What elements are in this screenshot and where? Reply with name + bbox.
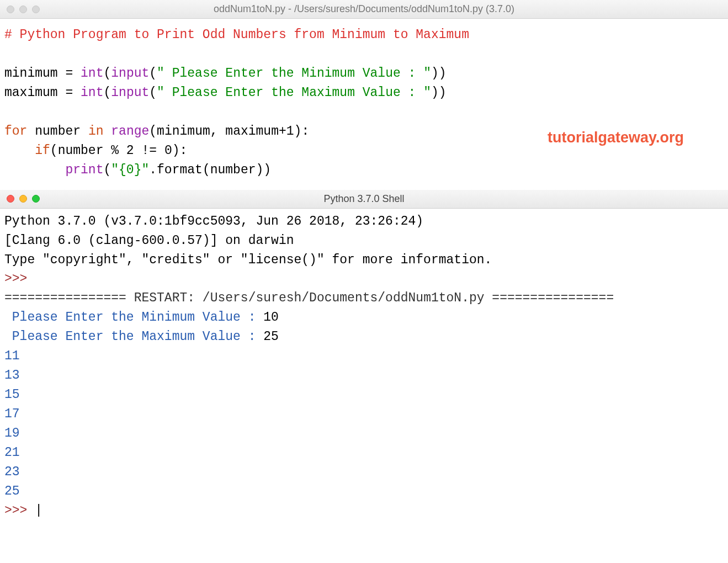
shell-window: Python 3.7.0 Shell Python 3.7.0 (v3.7.0:… <box>0 190 728 527</box>
code-comment: # Python Program to Print Odd Numbers fr… <box>4 28 469 42</box>
editor-traffic-lights <box>7 6 40 13</box>
restart-suffix: ================ <box>485 291 614 305</box>
output-line: 13 <box>4 368 20 383</box>
zoom-icon[interactable] <box>32 195 40 203</box>
builtin-range: range <box>111 124 149 139</box>
shell-title: Python 3.7.0 Shell <box>323 193 404 205</box>
output-line: 21 <box>4 445 20 460</box>
shell-titlebar: Python 3.7.0 Shell <box>0 190 728 209</box>
builtin-print: print <box>65 163 103 177</box>
editor-title: oddNum1toN.py - /Users/suresh/Documents/… <box>214 3 514 15</box>
zoom-icon[interactable] <box>32 6 40 13</box>
input-prompt-max: Please Enter the Maximum Value : <box>4 330 263 344</box>
banner-line: [Clang 6.0 (clang-600.0.57)] on darwin <box>4 233 294 248</box>
output-line: 19 <box>4 426 20 440</box>
cursor-icon: | <box>35 503 42 518</box>
restart-path: RESTART: /Users/suresh/Documents/oddNum1… <box>134 291 485 305</box>
keyword-for: for <box>4 124 27 139</box>
output-line: 25 <box>4 484 20 498</box>
watermark-text: tutorialgateway.org <box>548 126 684 149</box>
keyword-in: in <box>88 124 104 139</box>
editor-titlebar: oddNum1toN.py - /Users/suresh/Documents/… <box>0 0 728 19</box>
string-literal: " Please Enter the Maximum Value : " <box>157 86 431 100</box>
banner-line: Type "copyright", "credits" or "license(… <box>4 253 492 267</box>
close-icon[interactable] <box>7 6 14 13</box>
shell-traffic-lights <box>7 195 40 203</box>
shell-prompt: >>> <box>4 503 35 518</box>
output-line: 15 <box>4 387 20 402</box>
shell-output[interactable]: Python 3.7.0 (v3.7.0:1bf9cc5093, Jun 26 … <box>0 209 728 527</box>
string-literal: "{0}" <box>111 163 149 177</box>
input-value-min: 10 <box>263 310 279 325</box>
minimize-icon[interactable] <box>19 195 27 203</box>
keyword-if: if <box>35 144 50 158</box>
shell-prompt: >>> <box>4 272 35 286</box>
minimize-icon[interactable] <box>19 6 27 13</box>
close-icon[interactable] <box>7 195 14 203</box>
code-text: minimum <box>4 66 58 81</box>
string-literal: " Please Enter the Minimum Value : " <box>157 66 431 81</box>
output-line: 17 <box>4 407 20 421</box>
code-editor[interactable]: # Python Program to Print Odd Numbers fr… <box>0 19 728 190</box>
restart-prefix: ================ <box>4 291 134 305</box>
input-prompt-min: Please Enter the Minimum Value : <box>4 310 263 325</box>
builtin-input: input <box>111 66 149 81</box>
editor-window: oddNum1toN.py - /Users/suresh/Documents/… <box>0 0 728 190</box>
banner-line: Python 3.7.0 (v3.7.0:1bf9cc5093, Jun 26 … <box>4 214 431 229</box>
input-value-max: 25 <box>263 330 279 344</box>
output-line: 23 <box>4 465 20 479</box>
builtin-int: int <box>81 66 103 81</box>
output-line: 11 <box>4 349 20 363</box>
